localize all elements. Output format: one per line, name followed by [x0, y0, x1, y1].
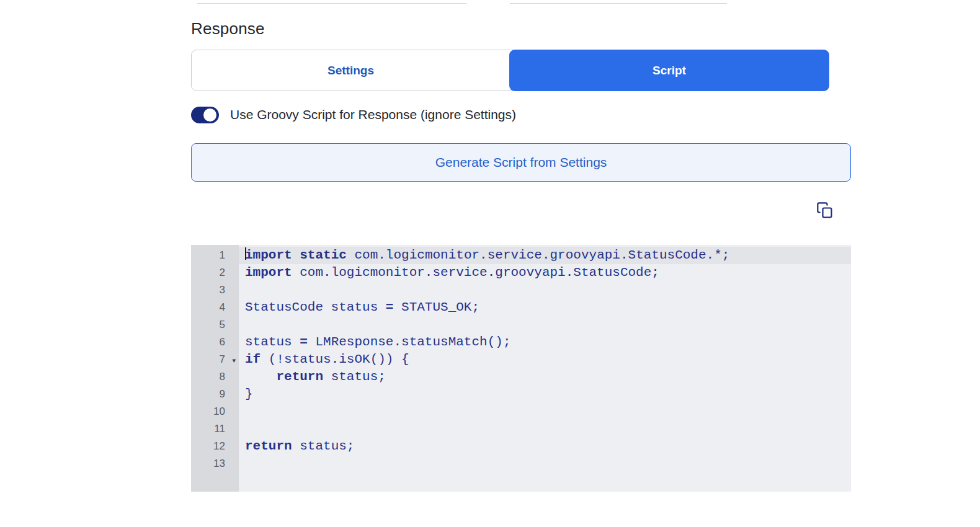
- gutter-line-number: 2: [191, 264, 239, 281]
- gutter-line-number: 7▾: [191, 351, 239, 368]
- editor-gutter: 1234567▾8910111213: [191, 245, 239, 492]
- generate-script-button[interactable]: Generate Script from Settings: [191, 143, 851, 182]
- code-editor[interactable]: 1234567▾8910111213 import static com.log…: [191, 245, 851, 492]
- code-line[interactable]: [239, 455, 851, 472]
- code-line[interactable]: }: [239, 386, 851, 403]
- gutter-line-number: 8: [191, 368, 239, 386]
- groovy-script-toggle[interactable]: [191, 107, 219, 123]
- gutter-line-number: 9: [191, 386, 239, 403]
- editor-code[interactable]: import static com.logicmonitor.service.g…: [239, 245, 851, 492]
- gutter-line-number: 11: [191, 420, 239, 438]
- gutter-line-number: 10: [191, 403, 239, 420]
- code-line[interactable]: import com.logicmonitor.service.groovyap…: [239, 264, 851, 281]
- section-title-response: Response: [191, 19, 265, 38]
- code-line[interactable]: return status;: [239, 368, 851, 386]
- tab-script-label: Script: [653, 64, 686, 78]
- code-line[interactable]: if (!status.isOK()) {: [239, 351, 851, 368]
- gutter-line-number: 4: [191, 299, 239, 316]
- code-line[interactable]: [239, 420, 851, 438]
- code-line[interactable]: status = LMResponse.statusMatch();: [239, 334, 851, 351]
- gutter-line-number: 5: [191, 316, 239, 334]
- code-line[interactable]: StatusCode status = STATUS_OK;: [239, 299, 851, 316]
- page: Response Settings Script Use Groovy Scri…: [0, 0, 980, 527]
- text-cursor: [245, 247, 246, 260]
- tab-script[interactable]: Script: [509, 50, 829, 91]
- top-field-right[interactable]: [510, 0, 727, 4]
- toggle-knob: [203, 108, 216, 122]
- top-field-left[interactable]: [197, 0, 466, 4]
- copy-icon[interactable]: [814, 199, 836, 221]
- gutter-line-number: 1: [191, 247, 239, 264]
- gutter-line-number: 13: [191, 455, 239, 472]
- code-line[interactable]: [239, 281, 851, 299]
- tab-settings[interactable]: Settings: [192, 50, 510, 91]
- code-line[interactable]: import static com.logicmonitor.service.g…: [239, 247, 851, 264]
- code-line[interactable]: [239, 403, 851, 420]
- code-line[interactable]: [239, 316, 851, 334]
- groovy-toggle-row: Use Groovy Script for Response (ignore S…: [191, 105, 516, 124]
- gutter-line-number: 3: [191, 281, 239, 299]
- gutter-line-number: 6: [191, 334, 239, 351]
- fold-arrow-icon[interactable]: ▾: [232, 352, 236, 369]
- response-tabs: Settings Script: [191, 50, 829, 91]
- tab-settings-label: Settings: [327, 64, 374, 78]
- gutter-line-number: 12: [191, 438, 239, 455]
- groovy-toggle-label: Use Groovy Script for Response (ignore S…: [230, 107, 516, 122]
- code-line[interactable]: return status;: [239, 438, 851, 455]
